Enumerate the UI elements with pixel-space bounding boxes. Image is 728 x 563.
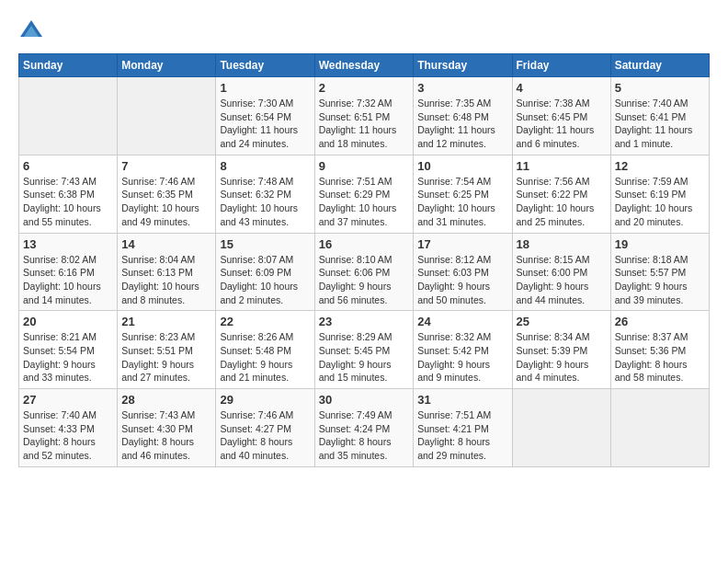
calendar-day-cell: 3Sunrise: 7:35 AMSunset: 6:48 PMDaylight…: [414, 77, 512, 155]
day-content: Sunrise: 8:18 AMSunset: 5:57 PMDaylight:…: [615, 253, 705, 307]
calendar-week-row: 27Sunrise: 7:40 AMSunset: 4:33 PMDayligh…: [19, 389, 710, 467]
day-number: 23: [319, 315, 410, 328]
calendar-day-cell: 5Sunrise: 7:40 AMSunset: 6:41 PMDaylight…: [610, 77, 709, 155]
day-content: Sunrise: 8:29 AMSunset: 5:45 PMDaylight:…: [319, 330, 410, 385]
calendar-day-cell: 1Sunrise: 7:30 AMSunset: 6:54 PMDaylight…: [216, 77, 314, 155]
day-number: 13: [23, 237, 113, 251]
calendar-day-cell: 8Sunrise: 7:48 AMSunset: 6:32 PMDaylight…: [216, 155, 314, 233]
calendar-day-cell: 30Sunrise: 7:49 AMSunset: 4:24 PMDayligh…: [314, 389, 414, 467]
weekday-header: Monday: [118, 54, 216, 77]
calendar-day-cell: [118, 77, 216, 155]
day-content: Sunrise: 8:37 AMSunset: 5:36 PMDaylight:…: [615, 330, 705, 385]
calendar-day-cell: 11Sunrise: 7:56 AMSunset: 6:22 PMDayligh…: [512, 155, 610, 233]
page-header: [18, 18, 710, 44]
day-content: Sunrise: 7:43 AMSunset: 4:30 PMDaylight:…: [121, 408, 211, 463]
day-content: Sunrise: 8:34 AMSunset: 5:39 PMDaylight:…: [517, 330, 607, 385]
day-content: Sunrise: 8:26 AMSunset: 5:48 PMDaylight:…: [220, 330, 310, 385]
day-content: Sunrise: 7:40 AMSunset: 4:33 PMDaylight:…: [23, 408, 113, 463]
day-number: 2: [319, 81, 410, 95]
day-content: Sunrise: 7:48 AMSunset: 6:32 PMDaylight:…: [220, 175, 310, 229]
day-number: 28: [121, 393, 211, 407]
day-content: Sunrise: 7:43 AMSunset: 6:38 PMDaylight:…: [23, 175, 113, 229]
calendar-week-row: 13Sunrise: 8:02 AMSunset: 6:16 PMDayligh…: [19, 233, 710, 311]
day-content: Sunrise: 8:04 AMSunset: 6:13 PMDaylight:…: [121, 253, 211, 307]
calendar-day-cell: 9Sunrise: 7:51 AMSunset: 6:29 PMDaylight…: [314, 155, 414, 233]
calendar-day-cell: 31Sunrise: 7:51 AMSunset: 4:21 PMDayligh…: [414, 389, 512, 467]
calendar-day-cell: 13Sunrise: 8:02 AMSunset: 6:16 PMDayligh…: [19, 233, 118, 311]
day-number: 25: [517, 315, 607, 328]
day-number: 20: [23, 315, 113, 328]
calendar-day-cell: 20Sunrise: 8:21 AMSunset: 5:54 PMDayligh…: [19, 311, 118, 389]
calendar-day-cell: 28Sunrise: 7:43 AMSunset: 4:30 PMDayligh…: [118, 389, 216, 467]
calendar-day-cell: 2Sunrise: 7:32 AMSunset: 6:51 PMDaylight…: [314, 77, 414, 155]
day-content: Sunrise: 7:32 AMSunset: 6:51 PMDaylight:…: [319, 97, 410, 151]
day-number: 12: [615, 159, 705, 173]
weekday-header: Sunday: [19, 54, 118, 77]
logo: [18, 18, 48, 44]
day-content: Sunrise: 7:38 AMSunset: 6:45 PMDaylight:…: [517, 97, 607, 151]
calendar-day-cell: [610, 389, 709, 467]
day-content: Sunrise: 7:40 AMSunset: 6:41 PMDaylight:…: [615, 97, 705, 151]
calendar-day-cell: [512, 389, 610, 467]
weekday-header: Saturday: [610, 54, 709, 77]
day-content: Sunrise: 8:07 AMSunset: 6:09 PMDaylight:…: [220, 253, 310, 307]
day-number: 3: [417, 81, 507, 95]
calendar-table: SundayMondayTuesdayWednesdayThursdayFrid…: [18, 53, 710, 467]
day-number: 5: [615, 81, 705, 95]
calendar-day-cell: 25Sunrise: 8:34 AMSunset: 5:39 PMDayligh…: [512, 311, 610, 389]
day-content: Sunrise: 7:51 AMSunset: 6:29 PMDaylight:…: [319, 175, 410, 229]
day-content: Sunrise: 7:30 AMSunset: 6:54 PMDaylight:…: [220, 97, 310, 151]
calendar-day-cell: 17Sunrise: 8:12 AMSunset: 6:03 PMDayligh…: [414, 233, 512, 311]
day-content: Sunrise: 7:46 AMSunset: 6:35 PMDaylight:…: [121, 175, 211, 229]
calendar-week-row: 6Sunrise: 7:43 AMSunset: 6:38 PMDaylight…: [19, 155, 710, 233]
calendar-day-cell: 24Sunrise: 8:32 AMSunset: 5:42 PMDayligh…: [414, 311, 512, 389]
day-content: Sunrise: 8:23 AMSunset: 5:51 PMDaylight:…: [121, 330, 211, 385]
calendar-day-cell: 29Sunrise: 7:46 AMSunset: 4:27 PMDayligh…: [216, 389, 314, 467]
calendar-day-cell: 15Sunrise: 8:07 AMSunset: 6:09 PMDayligh…: [216, 233, 314, 311]
calendar-day-cell: [19, 77, 118, 155]
day-content: Sunrise: 7:51 AMSunset: 4:21 PMDaylight:…: [417, 408, 507, 463]
calendar-week-row: 20Sunrise: 8:21 AMSunset: 5:54 PMDayligh…: [19, 311, 710, 389]
calendar-day-cell: 10Sunrise: 7:54 AMSunset: 6:25 PMDayligh…: [414, 155, 512, 233]
day-number: 6: [23, 159, 113, 173]
day-number: 9: [319, 159, 410, 173]
calendar-day-cell: 4Sunrise: 7:38 AMSunset: 6:45 PMDaylight…: [512, 77, 610, 155]
day-number: 31: [417, 393, 507, 407]
day-content: Sunrise: 7:56 AMSunset: 6:22 PMDaylight:…: [517, 175, 607, 229]
weekday-header: Tuesday: [216, 54, 314, 77]
weekday-header: Friday: [512, 54, 610, 77]
day-number: 21: [121, 315, 211, 328]
day-content: Sunrise: 7:59 AMSunset: 6:19 PMDaylight:…: [615, 175, 705, 229]
day-number: 11: [517, 159, 607, 173]
calendar-day-cell: 23Sunrise: 8:29 AMSunset: 5:45 PMDayligh…: [314, 311, 414, 389]
calendar-day-cell: 19Sunrise: 8:18 AMSunset: 5:57 PMDayligh…: [610, 233, 709, 311]
calendar-day-cell: 26Sunrise: 8:37 AMSunset: 5:36 PMDayligh…: [610, 311, 709, 389]
calendar-day-cell: 7Sunrise: 7:46 AMSunset: 6:35 PMDaylight…: [118, 155, 216, 233]
calendar-day-cell: 22Sunrise: 8:26 AMSunset: 5:48 PMDayligh…: [216, 311, 314, 389]
calendar-day-cell: 6Sunrise: 7:43 AMSunset: 6:38 PMDaylight…: [19, 155, 118, 233]
calendar-day-cell: 14Sunrise: 8:04 AMSunset: 6:13 PMDayligh…: [118, 233, 216, 311]
day-number: 16: [319, 237, 410, 251]
day-number: 19: [615, 237, 705, 251]
day-number: 1: [220, 81, 310, 95]
day-content: Sunrise: 7:46 AMSunset: 4:27 PMDaylight:…: [220, 408, 310, 463]
day-number: 17: [417, 237, 507, 251]
calendar-day-cell: 27Sunrise: 7:40 AMSunset: 4:33 PMDayligh…: [19, 389, 118, 467]
weekday-header: Wednesday: [314, 54, 414, 77]
calendar-day-cell: 12Sunrise: 7:59 AMSunset: 6:19 PMDayligh…: [610, 155, 709, 233]
day-number: 18: [517, 237, 607, 251]
day-number: 4: [517, 81, 607, 95]
day-number: 7: [121, 159, 211, 173]
calendar-day-cell: 18Sunrise: 8:15 AMSunset: 6:00 PMDayligh…: [512, 233, 610, 311]
day-number: 8: [220, 159, 310, 173]
weekday-row: SundayMondayTuesdayWednesdayThursdayFrid…: [19, 54, 710, 77]
day-content: Sunrise: 7:54 AMSunset: 6:25 PMDaylight:…: [417, 175, 507, 229]
day-number: 14: [121, 237, 211, 251]
day-content: Sunrise: 8:02 AMSunset: 6:16 PMDaylight:…: [23, 253, 113, 307]
day-content: Sunrise: 8:10 AMSunset: 6:06 PMDaylight:…: [319, 253, 410, 307]
calendar-week-row: 1Sunrise: 7:30 AMSunset: 6:54 PMDaylight…: [19, 77, 710, 155]
day-content: Sunrise: 7:49 AMSunset: 4:24 PMDaylight:…: [319, 408, 410, 463]
day-content: Sunrise: 8:21 AMSunset: 5:54 PMDaylight:…: [23, 330, 113, 385]
day-content: Sunrise: 8:32 AMSunset: 5:42 PMDaylight:…: [417, 330, 507, 385]
weekday-header: Thursday: [414, 54, 512, 77]
